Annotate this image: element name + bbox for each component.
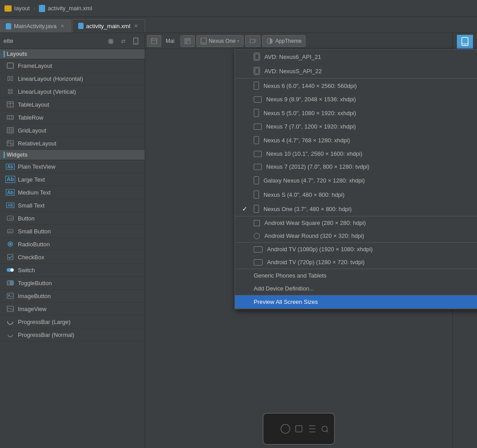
layout-toggle-button[interactable] (147, 35, 161, 47)
list-item[interactable]: ProgressBar (Large) (0, 315, 145, 328)
generic-phones-item[interactable]: Generic Phones and Tablets ▶ (235, 269, 477, 282)
tab-file-icon-main (6, 23, 11, 29)
tab-close-main[interactable]: ✕ (59, 23, 66, 29)
phone-icon-nexus4 (254, 136, 259, 144)
nexus7-label: Nexus 7 (7.0", 1200 × 1920: xhdpi) (266, 123, 356, 130)
tab-activity-label: activity_main.xml (86, 23, 130, 29)
nexus5-item[interactable]: Nexus 5 (5.0", 1080 × 1920: xxhdpi) (235, 106, 477, 120)
center-panel: Mai Nexus One ▾ (145, 33, 452, 448)
list-item[interactable]: RadioButton (0, 238, 145, 251)
small-button-label: Small Button (18, 228, 51, 235)
wear-square-item[interactable]: Android Wear Square (280 × 280: hdpi) (235, 216, 477, 229)
nexus4-item[interactable]: Nexus 4 (4.7", 768 × 1280: xhdpi) (235, 133, 477, 147)
theme-label: AppTheme (275, 38, 301, 44)
tv-1080-label: Android TV (1080p) (1920 × 1080: xhdpi) (267, 246, 372, 253)
list-item[interactable]: Ab Medium Text (0, 186, 145, 199)
nexus10-item[interactable]: Nexus 10 (10.1", 2560 × 1600: xhdpi) (235, 147, 477, 160)
tab-main-activity[interactable]: MainActivity.java ✕ (0, 19, 71, 33)
nexus7-2012-item[interactable]: Nexus 7 (2012) (7.0", 800 × 1280: tvdpi) (235, 160, 477, 173)
layouts-section-label: Layouts (7, 51, 27, 57)
list-item[interactable]: Ab Large Text (0, 173, 145, 186)
devices-section: Nexus 6 (6.0", 1440 × 2560: 560dpi) Nexu… (235, 79, 477, 216)
tab-close-activity[interactable]: ✕ (133, 23, 139, 29)
galaxy-nexus-item[interactable]: Galaxy Nexus (4.7", 720 × 1280: xhdpi) (235, 173, 477, 187)
linearlayout-h-label: LinearLayout (Horizontal) (18, 75, 83, 82)
tab-file-icon-activity (78, 23, 84, 29)
palette-title: ette (4, 37, 104, 44)
relativelayout-label: RelativeLayout (18, 140, 56, 147)
plain-textview-label: Plain TextView (18, 163, 55, 170)
wear-round-icon (254, 233, 260, 239)
nexus9-item[interactable]: Nexus 9 (8.9", 2048 × 1536: xhdpi) (235, 93, 477, 106)
nexus-one-item[interactable]: ✓ Nexus One (3.7", 480 × 800: hdpi) (235, 202, 477, 216)
list-item[interactable]: RelativeLayout (0, 137, 145, 150)
wear-round-item[interactable]: Android Wear Round (320 × 320: hdpi) (235, 229, 477, 242)
nexus5-label: Nexus 5 (5.0", 1080 × 1920: xxhdpi) (264, 110, 356, 116)
nexus6-item[interactable]: Nexus 6 (6.0", 1440 × 2560: 560dpi) (235, 79, 477, 93)
list-item[interactable]: OK Button (0, 212, 145, 225)
list-item[interactable]: OK Small Button (0, 225, 145, 238)
progressbar-large-icon (6, 318, 14, 326)
list-item[interactable]: Switch (0, 264, 145, 277)
togglebutton-label: ToggleButton (18, 280, 52, 286)
phone-icon-nexus6 (254, 82, 259, 90)
nexus-s-item[interactable]: Nexus S (4.0", 480 × 800: hdpi) (235, 187, 477, 202)
list-item[interactable]: ImageButton (0, 290, 145, 303)
breadcrumb-file[interactable]: activity_main.xml (48, 5, 92, 12)
list-item[interactable]: FrameLayout (0, 59, 145, 72)
list-item[interactable]: LinearLayout (Horizontal) (0, 72, 145, 85)
preview-section: Preview All Screen Sizes (235, 295, 477, 309)
list-item[interactable]: Ab Small Text (0, 199, 145, 212)
tv-720-item[interactable]: Android TV (720p) (1280 × 720: tvdpi) (235, 256, 477, 269)
svg-rect-39 (186, 41, 187, 43)
avd-nexuss-item[interactable]: AVD: NexusS_API_22 (235, 64, 477, 78)
tv-section: Android TV (1080p) (1920 × 1080: xhdpi) … (235, 243, 477, 269)
breadcrumb-layout[interactable]: layout (14, 5, 30, 12)
section-bar-icon (4, 51, 5, 57)
svg-point-30 (8, 295, 10, 296)
tablerow-icon (6, 113, 14, 121)
rotate-button[interactable] (245, 35, 260, 47)
list-item[interactable]: ToggleButton (0, 277, 145, 290)
theme-button[interactable]: AppTheme (262, 35, 305, 47)
zoom-button[interactable] (180, 35, 195, 47)
nexus10-label: Nexus 10 (10.1", 2560 × 1600: xhdpi) (266, 150, 362, 157)
list-item[interactable]: TableRow (0, 111, 145, 124)
generic-phones-label: Generic Phones and Tablets (254, 272, 477, 279)
list-item[interactable]: CheckBox (0, 251, 145, 264)
wear-section: Android Wear Square (280 × 280: hdpi) An… (235, 216, 477, 243)
wear-round-label: Android Wear Round (320 × 320: hdpi) (264, 232, 364, 239)
button-label: Button (18, 215, 35, 222)
list-item[interactable]: TableLayout (0, 98, 145, 111)
tv-1080-item[interactable]: Android TV (1080p) (1920 × 1080: xhdpi) (235, 243, 477, 256)
svg-point-25 (11, 269, 14, 272)
pin-button[interactable]: ⇄ (118, 36, 129, 46)
current-device-label: Nexus One (209, 38, 235, 44)
nexus7-item[interactable]: Nexus 7 (7.0", 1200 × 1920: xhdpi) (235, 120, 477, 133)
mai-label: Mai (163, 38, 177, 44)
palette-toolbar: ette ⇄ (0, 33, 145, 49)
tab-main-activity-label: MainActivity.java (14, 23, 57, 29)
progressbar-normal-label: ProgressBar (Normal) (18, 332, 74, 338)
tv-720-label: Android TV (720p) (1280 × 720: tvdpi) (267, 259, 364, 265)
design-toolbar: Mai Nexus One ▾ (145, 33, 452, 49)
small-text-icon: Ab (6, 201, 14, 209)
svg-point-32 (8, 319, 13, 324)
gear-button[interactable] (105, 36, 116, 46)
gridlayout-icon (6, 126, 14, 134)
generic-section: Generic Phones and Tablets ▶ Add Device … (235, 269, 477, 295)
svg-rect-45 (255, 54, 259, 59)
preview-all-item[interactable]: Preview All Screen Sizes (235, 295, 477, 308)
add-device-item[interactable]: Add Device Definition... (235, 282, 477, 295)
list-item[interactable]: ImageView (0, 303, 145, 315)
device-toggle-button[interactable] (130, 36, 141, 46)
device-selector-button[interactable]: Nexus One ▾ (197, 35, 243, 47)
tv-icon-720 (254, 259, 263, 265)
tab-activity-main[interactable]: activity_main.xml ✕ (72, 19, 145, 33)
list-item[interactable]: GridLayout (0, 124, 145, 137)
list-item[interactable]: ProgressBar (Normal) (0, 328, 145, 341)
list-item[interactable]: Ab Plain TextView (0, 160, 145, 173)
nexus-s-label: Nexus S (4.0", 480 × 800: hdpi) (264, 191, 344, 198)
list-item[interactable]: LinearLayout (Vertical) (0, 85, 145, 98)
avd-nexus6-item[interactable]: AVD: Nexus6_API_21 (235, 50, 477, 64)
